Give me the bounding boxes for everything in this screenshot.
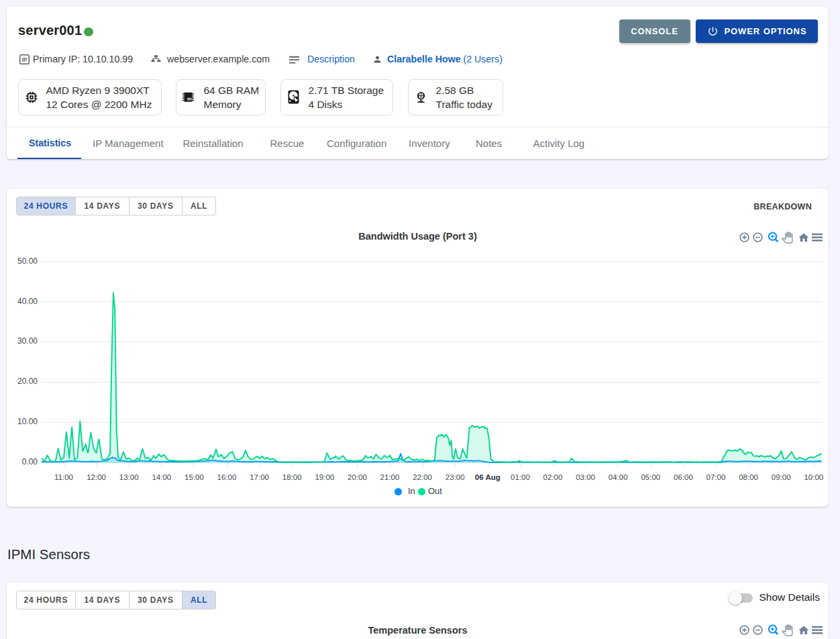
svg-text:IP: IP [22,57,28,63]
